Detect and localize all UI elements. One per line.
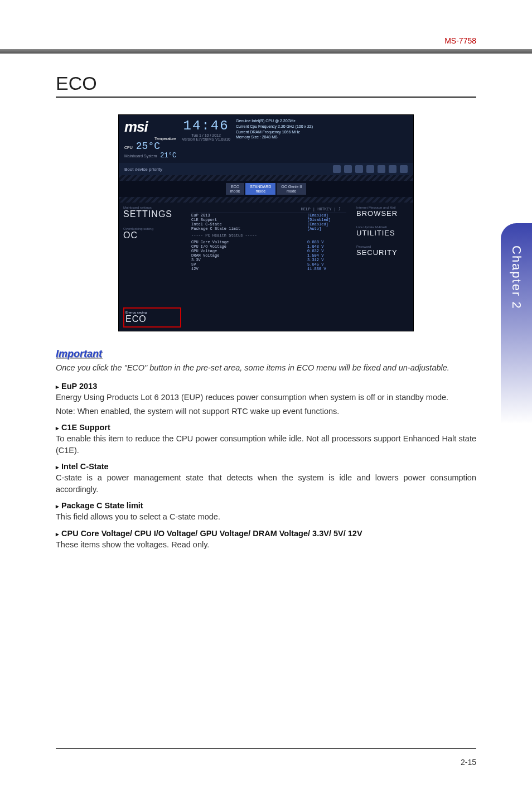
health-row: CPU I/O Voltage1.048 V (191, 244, 346, 249)
sysinfo-line: Current Cpu Frequency 2.20 GHz (100 x 22… (236, 124, 408, 129)
model-number: MS-7758 (444, 36, 476, 45)
cpu-label: CPU (124, 146, 133, 150)
section-body: This field allows you to select a C-stat… (56, 511, 476, 523)
nav-security[interactable]: Password SECURITY (356, 245, 409, 257)
nav-eco-highlighted[interactable]: Energy saving ECO (123, 307, 181, 328)
mode-tab-label: OC Genie II (281, 185, 302, 189)
cpu-temp-value: 25°C (136, 141, 160, 152)
header-divider (0, 49, 532, 54)
mode-tab-sublabel: mode (250, 189, 271, 194)
mode-tab-label: STANDARD (250, 185, 271, 189)
clock-time: 14:46 (182, 118, 230, 133)
bios-screenshot: msi Temperature CPU 25°C Mainboard Syste… (118, 114, 414, 331)
setting-row[interactable]: EuP 2013[Enabled] (191, 213, 346, 218)
section-head-c1e: C1E Support (56, 423, 476, 432)
section-head-cstate: Intel C-State (56, 462, 476, 471)
setting-row[interactable]: Intel C-State[Enabled] (191, 222, 346, 227)
section-body: C-state is a power management state that… (56, 472, 476, 495)
bios-settings-panel: HELP | HOTKEY | ⤴ EuP 2013[Enabled] C1E … (186, 203, 352, 331)
section-head-eup: EuP 2013 (56, 382, 476, 391)
nav-label: UTILITIES (356, 229, 409, 237)
setting-row[interactable]: C1E Support[Disabled] (191, 218, 346, 222)
health-row: CPU Core Voltage0.888 V (191, 240, 346, 244)
nav-label: ECO (125, 314, 179, 324)
divider-stripes (119, 197, 413, 203)
system-info: Genuine Intel(R) CPU @ 2.20GHz Current C… (236, 118, 408, 160)
page-number: 2-15 (461, 758, 476, 767)
bios-body: Mainboard settings SETTINGS Overclocking… (119, 203, 413, 331)
temperature-label: Temperature (124, 137, 176, 141)
health-row: 3.3V3.312 V (191, 258, 346, 262)
health-row: GPU Voltage0.832 V (191, 249, 346, 253)
setting-row[interactable]: Package C State limit[Auto] (191, 227, 346, 231)
nav-label: OC (123, 230, 181, 240)
important-text: Once you click the "ECO" button in the p… (56, 362, 476, 374)
section-body: These items show the voltages. Read only… (56, 539, 476, 551)
sysinfo-line: Memory Size : 2048 MB (236, 134, 408, 140)
section-head-package: Package C State limit (56, 501, 476, 510)
bios-left-nav: Mainboard settings SETTINGS Overclocking… (119, 203, 186, 331)
mode-tab-eco[interactable]: ECO mode (226, 183, 245, 195)
mode-tabs: ECO mode STANDARD mode OC Genie II mode (119, 181, 413, 197)
boot-device-icon[interactable] (333, 165, 341, 173)
clock-date: Tue 1 / 10 / 2012 (182, 133, 230, 137)
boot-device-icon[interactable] (378, 165, 385, 173)
msi-logo: msi (124, 118, 176, 136)
mode-tab-standard[interactable]: STANDARD mode (245, 183, 275, 195)
mainboard-temp-value: 21°C (160, 152, 176, 160)
divider-stripes (119, 175, 413, 181)
footer-rule (56, 748, 476, 749)
boot-device-icon[interactable] (344, 165, 352, 173)
sysinfo-line: Current DRAM Frequency 1066 MHz (236, 129, 408, 135)
mode-tab-sublabel: mode (281, 189, 302, 194)
boot-device-icon[interactable] (400, 165, 408, 173)
mainboard-label: Mainboard System (124, 154, 157, 158)
bios-version: Version E7758IMS V1.0B10 (182, 137, 230, 141)
bios-header: msi Temperature CPU 25°C Mainboard Syste… (119, 115, 413, 163)
nav-label: SECURITY (356, 248, 409, 257)
section-body: To enable this item to reduce the CPU po… (56, 433, 476, 456)
health-row: 5V5.045 V (191, 262, 346, 267)
health-row: 12V11.880 V (191, 267, 346, 271)
mode-tab-sublabel: mode (230, 189, 240, 194)
nav-utilities[interactable]: Live Update M-Flash UTILITIES (356, 225, 409, 237)
section-head-voltages: CPU Core Voltage/ CPU I/O Voltage/ GPU V… (56, 529, 476, 538)
boot-device-icon[interactable] (355, 165, 363, 173)
bios-right-nav: Internet Message and Mail BROWSER Live U… (352, 203, 413, 331)
health-header: ----- PC Health Status ----- (191, 233, 346, 238)
section-note: Note: When enabled, the system will not … (56, 406, 476, 417)
boot-priority-label: Boot device priority (124, 167, 162, 172)
sysinfo-line: Genuine Intel(R) CPU @ 2.20GHz (236, 118, 408, 124)
nav-oc[interactable]: Overclocking setting OC (123, 227, 181, 240)
important-heading: Important (56, 348, 476, 360)
nav-label: BROWSER (356, 209, 409, 218)
boot-device-icon[interactable] (366, 165, 374, 173)
boot-device-icon[interactable] (389, 165, 396, 173)
mode-tab-ocgenie[interactable]: OC Genie II mode (277, 183, 306, 195)
nav-label: SETTINGS (123, 209, 181, 219)
section-body: Energy Using Products Lot 6 2013 (EUP) r… (56, 392, 476, 403)
chapter-label: Chapter 2 (509, 246, 524, 310)
help-bar[interactable]: HELP | HOTKEY | ⤴ (191, 206, 346, 213)
boot-priority-bar: Boot device priority (119, 163, 413, 175)
chapter-side-tab: Chapter 2 (501, 223, 532, 424)
nav-settings[interactable]: Mainboard settings SETTINGS (123, 206, 181, 219)
mode-tab-label: ECO (230, 185, 240, 189)
health-row: DRAM Voltage1.504 V (191, 253, 346, 258)
page-content: ECO msi Temperature CPU 25°C Mainboard S… (56, 73, 476, 553)
nav-browser[interactable]: Internet Message and Mail BROWSER (356, 206, 409, 218)
page-title: ECO (56, 73, 476, 98)
